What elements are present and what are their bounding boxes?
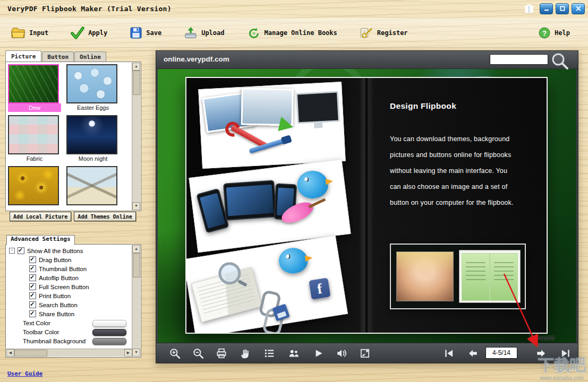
- fullscreen-button[interactable]: [359, 348, 371, 359]
- share-button[interactable]: [288, 348, 300, 359]
- paragraph-line: You can download themes, background: [390, 131, 514, 147]
- theme-item-easter-eggs[interactable]: Easter Eggs: [66, 64, 121, 112]
- window-title: VeryPDF Flipbook Maker (Trial Version): [7, 5, 172, 13]
- theme-item-dew[interactable]: Dew: [8, 64, 62, 112]
- toolbar-color-swatch[interactable]: [92, 329, 126, 336]
- input-button[interactable]: Input: [11, 27, 48, 39]
- row-toolbar-color: Toolbar Color: [7, 327, 132, 336]
- checkbox-share-button[interactable]: [29, 310, 36, 317]
- thumbnail-button[interactable]: [263, 348, 275, 359]
- register-key-icon: [360, 27, 373, 39]
- scrollbar-thumb[interactable]: [133, 71, 140, 95]
- checkbox-thumbnail-button[interactable]: [29, 265, 36, 272]
- theme-label: Moon night: [66, 154, 120, 163]
- checkbox-show-all-buttons[interactable]: [18, 247, 24, 254]
- apply-button-label: Apply: [88, 29, 107, 37]
- scroll-down-icon[interactable]: ▼: [132, 202, 140, 210]
- color-row-label: Toolbar Color: [23, 329, 59, 335]
- maximize-button[interactable]: [556, 3, 569, 14]
- advanced-settings-tab[interactable]: Advanced Settings: [6, 235, 75, 245]
- zoom-out-button[interactable]: [192, 348, 204, 359]
- left-page[interactable]: [186, 78, 367, 333]
- flipbook-toolbar: 4-5/14: [156, 343, 578, 363]
- theme-scrollbar[interactable]: ▲ ▼: [132, 63, 140, 210]
- zoom-in-button[interactable]: [169, 348, 181, 359]
- twitter-bird-graphic: [277, 246, 310, 275]
- theme-list-panel: Dew Easter Eggs Fabric Moon night: [5, 62, 141, 211]
- twitter-bird-graphic: [296, 169, 330, 201]
- check-icon: [71, 27, 84, 39]
- previous-page-icon: [467, 348, 479, 359]
- checkbox-autoflip-button[interactable]: [29, 274, 36, 281]
- theme-label: [8, 205, 61, 211]
- theme-tabs: Picture Button Online: [5, 50, 107, 62]
- row-thumbnail-background: Thumbnail Background: [7, 336, 132, 345]
- register-button[interactable]: Register: [360, 27, 408, 39]
- paragraph-line: can also choose an image and a set of: [390, 179, 514, 195]
- checkbox-print-button[interactable]: [29, 292, 36, 299]
- checkbox-search-button[interactable]: [29, 301, 36, 308]
- add-themes-online-button[interactable]: Add Themes Online: [74, 212, 135, 221]
- preview-frame: online.verypdf.com: [156, 50, 578, 363]
- page-indicator[interactable]: 4-5/14: [485, 347, 517, 359]
- autoflip-button[interactable]: [312, 348, 324, 359]
- monitor-graphic: [296, 91, 340, 124]
- theme-thumbnail-sunflower: [8, 166, 59, 205]
- collapse-icon[interactable]: [9, 248, 15, 254]
- tab-online[interactable]: Online: [74, 51, 106, 62]
- checkbox-full-screen-button[interactable]: [29, 283, 36, 290]
- mini-book-thumb: [459, 250, 521, 303]
- help-button[interactable]: ? Help: [538, 27, 570, 39]
- flipbook-spread[interactable]: Design Flipbook You can download themes,…: [185, 77, 548, 334]
- theme-item-moon-night[interactable]: Moon night: [66, 115, 121, 163]
- upload-button-label: Upload: [201, 29, 224, 37]
- scroll-down-icon[interactable]: ▼: [132, 349, 140, 357]
- settings-tree: Show All the Buttons Drag Button Thumbna…: [7, 246, 132, 345]
- add-local-picture-button[interactable]: Add Local Picture: [10, 212, 71, 221]
- input-button-label: Input: [29, 29, 48, 37]
- theme-item-fabric[interactable]: Fabric: [8, 115, 62, 163]
- scroll-right-icon[interactable]: ▶: [124, 349, 132, 357]
- next-page-button[interactable]: [535, 348, 547, 359]
- paragraph-line: pictures and buttons online for flipbook…: [390, 147, 514, 163]
- tab-button[interactable]: Button: [42, 51, 74, 62]
- save-icon: [130, 27, 142, 39]
- upload-button[interactable]: Upload: [184, 27, 224, 39]
- page-paragraph: You can download themes, background pict…: [390, 131, 514, 211]
- print-button[interactable]: [216, 348, 227, 359]
- right-page[interactable]: Design Flipbook You can download themes,…: [367, 78, 547, 333]
- apply-button[interactable]: Apply: [71, 27, 107, 39]
- scroll-up-icon[interactable]: ▲: [132, 245, 140, 253]
- scrollbar-thumb[interactable]: [14, 350, 47, 357]
- sound-icon: [336, 348, 347, 359]
- tree-row-drag-button: Drag Button: [7, 255, 132, 264]
- last-page-button[interactable]: [560, 348, 572, 359]
- scroll-left-icon[interactable]: ◀: [6, 349, 14, 357]
- scrollbar-thumb[interactable]: [133, 253, 140, 277]
- text-color-swatch[interactable]: [92, 320, 126, 327]
- gift-icon[interactable]: [523, 3, 535, 14]
- sound-button[interactable]: [336, 348, 347, 359]
- checkbox-drag-button[interactable]: [29, 256, 36, 263]
- drag-button[interactable]: [239, 348, 251, 359]
- mini-book-right-page: [490, 253, 518, 301]
- color-row-label: Thumbnail Background: [23, 338, 86, 344]
- minimize-button[interactable]: [540, 3, 553, 14]
- help-button-label: Help: [555, 29, 570, 37]
- first-page-button[interactable]: [443, 348, 455, 359]
- settings-scrollbar[interactable]: ▲ ▼: [132, 245, 140, 357]
- magnifier-icon[interactable]: [550, 52, 569, 71]
- user-guide-link[interactable]: User Guide: [7, 370, 42, 377]
- thumbnail-background-swatch[interactable]: [92, 338, 126, 345]
- flipbook-search-input[interactable]: [490, 54, 548, 65]
- theme-item-sunflower[interactable]: [8, 166, 62, 211]
- tab-picture[interactable]: Picture: [5, 50, 41, 62]
- manage-online-books-button[interactable]: Manage Online Books: [247, 27, 337, 39]
- settings-hscrollbar[interactable]: ◀ ▶: [6, 349, 132, 357]
- theme-item-windmill[interactable]: [66, 166, 121, 211]
- previous-page-button[interactable]: [467, 348, 479, 359]
- scroll-up-icon[interactable]: ▲: [132, 63, 140, 71]
- close-button[interactable]: [572, 3, 585, 14]
- save-button[interactable]: Save: [130, 27, 161, 39]
- titlebar: VeryPDF Flipbook Maker (Trial Version): [0, 0, 588, 18]
